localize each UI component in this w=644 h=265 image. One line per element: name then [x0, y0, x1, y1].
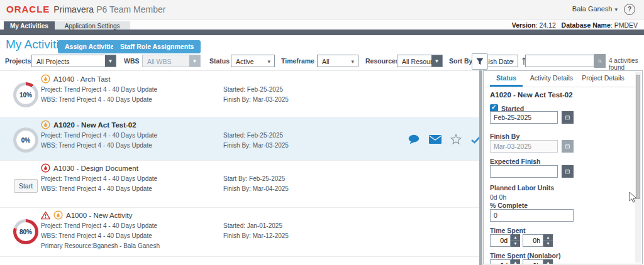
- stepper-arrows-icon: ▲▼: [543, 259, 553, 264]
- version-info: Version: 24.12 Database Name: PMDEV: [512, 21, 638, 29]
- progress-percent: 10%: [19, 92, 32, 99]
- activity-wbs: WBS: Trend Project 4 - 40 Days Update: [41, 142, 152, 149]
- time-spent-hours-input[interactable]: [523, 234, 543, 247]
- timeframe-select[interactable]: All: [317, 55, 358, 67]
- activity-project: Project: Trend Project 4 - 40 Days Updat…: [41, 132, 157, 139]
- status-label: Status: [209, 57, 230, 65]
- activity-wbs: WBS: Trend Project 4 - 40 Days Update: [41, 96, 152, 103]
- expected-finish-date-input[interactable]: [490, 165, 558, 178]
- panel-activity-heading: A1020 - New Act Test-02: [490, 91, 573, 99]
- activity-row-a1030[interactable]: Start A1030 - Design Document Project: T…: [0, 160, 479, 208]
- help-icon[interactable]: ?: [624, 4, 635, 15]
- search-button[interactable]: [594, 54, 606, 68]
- activity-row-a1040[interactable]: 10% A1040 - Arch Tast Project: Trend Pro…: [0, 71, 479, 117]
- db-label: Database Name: [562, 21, 611, 29]
- resources-label: Resources: [365, 57, 399, 65]
- sort-by-label: Sort By: [449, 57, 472, 65]
- started-calendar-icon[interactable]: [562, 111, 574, 124]
- version-label: Version: [512, 21, 536, 29]
- activity-title[interactable]: A1040 - Arch Tast: [53, 75, 111, 83]
- step-up-icon[interactable]: ▲: [543, 259, 553, 264]
- nonlabor-hours-input[interactable]: [523, 259, 543, 264]
- progress-percent: 0%: [21, 137, 30, 144]
- activity-project: Project: Trend Project 4 - 40 Days Updat…: [41, 175, 157, 182]
- finish-by-label: Finish By: [490, 132, 519, 140]
- projects-dropdown[interactable]: All Projects ▼: [31, 55, 116, 67]
- primavera-label: Primavera: [53, 4, 94, 14]
- filter-funnel-button[interactable]: [472, 53, 488, 70]
- progress-percent: 80%: [19, 229, 32, 235]
- activity-title[interactable]: A1020 - New Act Test-02: [53, 121, 136, 129]
- activity-title[interactable]: A1000 - New Activity: [66, 212, 132, 219]
- stepper-arrows-icon: ▲▼: [511, 234, 520, 247]
- step-down-icon[interactable]: ▼: [543, 241, 553, 247]
- panel-splitter[interactable]: [479, 70, 482, 265]
- search-area: [525, 55, 605, 67]
- funnel-icon: [475, 57, 484, 66]
- email-icon[interactable]: [429, 135, 441, 144]
- activity-wbs: WBS: Trend Project 4 - 40 Days Update: [41, 232, 152, 239]
- product-label: P6 Team Member: [96, 4, 165, 14]
- time-spent-nonlabor-label: Time Spent (Nonlabor): [490, 252, 560, 259]
- pct-complete-input[interactable]: [490, 209, 574, 222]
- version-value: : 24.12: [536, 21, 556, 29]
- warning-icon: [41, 211, 50, 220]
- discussion-icon[interactable]: [408, 134, 420, 144]
- planned-labor-units-label: Planned Labor Units: [490, 184, 554, 192]
- started-date-input[interactable]: [490, 111, 558, 124]
- planned-labor-units-value: 0d 0h: [490, 193, 506, 201]
- projects-label: Projects: [5, 57, 31, 65]
- star-icon[interactable]: [450, 134, 462, 144]
- wbs-label: WBS: [124, 57, 140, 65]
- activity-date2: Finish By: Mar-03-2025: [223, 142, 289, 149]
- header-divider-strip: [0, 30, 644, 35]
- start-activity-button[interactable]: Start: [14, 179, 38, 193]
- progress-ring: 80%: [13, 219, 38, 244]
- projects-dropdown-arrow-icon[interactable]: ▼: [105, 55, 116, 67]
- timeframe-label: Timeframe: [281, 57, 314, 65]
- flame-icon: [53, 210, 63, 220]
- resources-dropdown[interactable]: All Resource ▼: [397, 55, 443, 67]
- nonlabor-days-input[interactable]: [490, 259, 511, 264]
- flame-icon: [41, 74, 50, 84]
- activity-title[interactable]: A1030 - Design Document: [53, 165, 138, 172]
- finish-by-date-input: [490, 140, 558, 153]
- step-down-icon[interactable]: ▼: [511, 241, 520, 247]
- panel-scrollbar-thumb[interactable]: [636, 75, 640, 199]
- oracle-logo: ORACLE: [6, 4, 50, 14]
- detail-panel-tabs: Status Activity Details Project Details: [484, 71, 642, 87]
- activity-date1: Start By: Feb-25-2025: [223, 175, 285, 182]
- expected-finish-calendar-icon[interactable]: [562, 165, 574, 178]
- flame-icon: [41, 163, 50, 173]
- activity-date2: Finish By: Mar-03-2025: [223, 96, 289, 103]
- panel-scrollbar[interactable]: [635, 72, 641, 262]
- search-input[interactable]: [525, 55, 594, 67]
- projects-value: All Projects: [36, 58, 70, 65]
- staff-role-assignments-button[interactable]: Staff Role Assignments: [113, 40, 201, 53]
- activity-project: Project: Trend Project 4 - 40 Days Updat…: [41, 86, 157, 93]
- stepper-arrows-icon: ▲▼: [511, 259, 520, 264]
- progress-ring: 0%: [13, 127, 38, 153]
- panel-tab-project-details[interactable]: Project Details: [582, 71, 625, 85]
- flame-icon: [41, 120, 50, 129]
- search-icon: [598, 57, 602, 65]
- activity-row-a1000[interactable]: 80% A1000 - New Activity Project: Trend …: [0, 207, 479, 257]
- resources-dropdown-arrow-icon[interactable]: ▼: [431, 55, 442, 67]
- activity-date2: Finish By: Mar-12-2025: [223, 232, 289, 239]
- wbs-value: All WBS: [147, 58, 172, 65]
- wbs-dropdown: All WBS ▼: [142, 55, 201, 67]
- panel-tab-status[interactable]: Status: [490, 71, 523, 87]
- panel-tab-activity-details[interactable]: Activity Details: [529, 71, 574, 85]
- activity-resource: Primary Resource:Bganesh - Bala Ganesh: [41, 242, 160, 249]
- detail-panel: Status Activity Details Project Details …: [483, 70, 643, 264]
- activity-row-a1020-selected[interactable]: 0% A1020 - New Act Test-02 Project: Tren…: [0, 117, 479, 161]
- app-logo: ORACLEPrimaveraP6 Team Member: [6, 4, 165, 14]
- activity-date1: Started: Feb-25-2025: [223, 86, 283, 93]
- user-menu[interactable]: Bala Ganesh: [572, 5, 618, 13]
- expected-finish-label: Expected Finish: [490, 158, 541, 165]
- status-select[interactable]: Active: [231, 55, 275, 67]
- activity-date1: Started: Feb-25-2025: [223, 132, 283, 139]
- step-up-icon[interactable]: ▲: [511, 259, 520, 264]
- time-spent-days-input[interactable]: [490, 234, 511, 247]
- activities-found-count: 4 activities found: [609, 57, 644, 71]
